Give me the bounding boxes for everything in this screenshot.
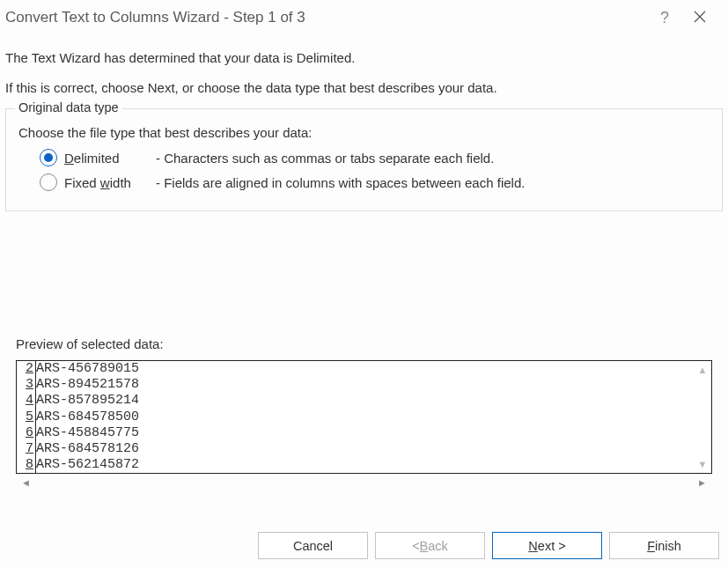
radio-delimited-button[interactable] (40, 149, 57, 166)
next-button[interactable]: Next > (492, 532, 602, 559)
back-button: < Back (375, 532, 485, 559)
radio-fixed-width[interactable]: Fixed width - Fields are aligned in colu… (40, 173, 710, 191)
scroll-down-icon[interactable]: ▼ (698, 459, 708, 469)
radio-delimited-label: Delimited (64, 151, 156, 166)
horizontal-scrollbar[interactable]: ◄ ► (16, 474, 712, 488)
row-value: ARS-562145872 (36, 457, 139, 473)
cancel-button[interactable]: Cancel (258, 532, 368, 559)
vertical-scrollbar[interactable]: ▲ ▼ (694, 361, 711, 473)
row-number: 8 (17, 457, 36, 473)
choose-label: Choose the file type that best describes… (18, 125, 710, 140)
row-value: ARS-894521578 (36, 377, 139, 393)
group-legend: Original data type (15, 100, 122, 114)
close-icon (694, 11, 706, 23)
row-value: ARS-857895214 (36, 393, 139, 409)
radio-fixed-width-label: Fixed width (64, 175, 156, 190)
row-number: 3 (17, 377, 36, 393)
radio-fixed-width-desc: - Fields are aligned in columns with spa… (156, 175, 525, 190)
preview-row: 6ARS-458845775 (17, 425, 694, 441)
preview-box: 2ARS-4567890153ARS-8945215784ARS-8578952… (16, 360, 712, 474)
intro-line-1: The Text Wizard has determined that your… (5, 49, 723, 67)
preview-row: 4ARS-857895214 (17, 393, 694, 409)
row-value: ARS-458845775 (36, 425, 139, 441)
preview-row: 7ARS-684578126 (17, 441, 694, 457)
scroll-up-icon[interactable]: ▲ (698, 365, 708, 375)
original-data-type-group: Original data type Choose the file type … (5, 108, 723, 211)
row-number: 5 (17, 409, 36, 425)
row-number: 2 (17, 361, 36, 377)
row-number: 7 (17, 441, 36, 457)
preview-label: Preview of selected data: (16, 336, 712, 351)
close-button[interactable] (682, 5, 717, 30)
row-value: ARS-684578500 (36, 409, 139, 425)
scroll-left-icon[interactable]: ◄ (21, 477, 31, 488)
preview-content: 2ARS-4567890153ARS-8945215784ARS-8578952… (17, 361, 694, 473)
radio-fixed-width-button[interactable] (40, 173, 57, 191)
preview-row: 8ARS-562145872 (17, 457, 694, 473)
row-value: ARS-456789015 (36, 361, 139, 377)
radio-delimited[interactable]: Delimited - Characters such as commas or… (40, 149, 710, 166)
help-button[interactable]: ? (647, 5, 682, 30)
preview-row: 5ARS-684578500 (17, 409, 694, 425)
finish-button[interactable]: Finish (609, 532, 719, 559)
preview-row: 2ARS-456789015 (17, 361, 694, 377)
intro-line-2: If this is correct, choose Next, or choo… (5, 79, 723, 97)
row-value: ARS-684578126 (36, 441, 139, 457)
row-number: 4 (17, 393, 36, 409)
radio-delimited-desc: - Characters such as commas or tabs sepa… (156, 151, 494, 166)
preview-row: 3ARS-894521578 (17, 377, 694, 393)
scroll-right-icon[interactable]: ► (697, 477, 707, 488)
dialog-title: Convert Text to Columns Wizard - Step 1 … (5, 9, 647, 26)
row-number: 6 (17, 425, 36, 441)
